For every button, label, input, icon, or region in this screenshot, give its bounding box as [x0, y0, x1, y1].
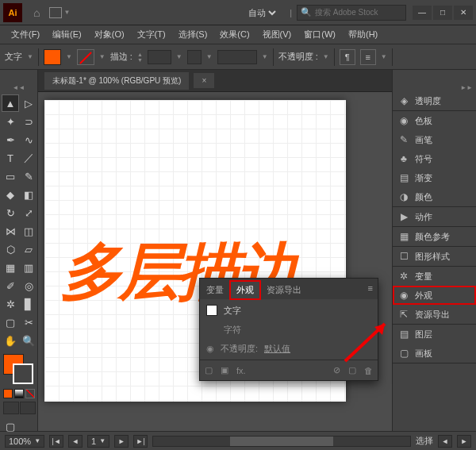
type-tool[interactable]: T [2, 149, 19, 167]
panel-item-画板[interactable]: ▢画板 [393, 344, 476, 363]
stroke-color[interactable] [13, 363, 33, 384]
none-mode[interactable] [25, 389, 35, 398]
lasso-tool[interactable]: ⊃ [20, 113, 37, 130]
horizontal-scrollbar[interactable] [152, 436, 411, 447]
panel-item-画笔[interactable]: ✎画笔 [393, 130, 476, 149]
clear-icon[interactable]: ⊘ [333, 365, 340, 375]
menu-text[interactable]: 文字(T) [131, 27, 172, 42]
mesh-tool[interactable]: ▦ [2, 259, 19, 276]
close-button[interactable]: ✕ [454, 6, 473, 20]
para-panel-toggle[interactable]: ≡ [360, 49, 376, 65]
menu-edit[interactable]: 编辑(E) [46, 27, 88, 42]
search-input[interactable] [315, 8, 402, 17]
next-artboard-button[interactable]: ► [114, 435, 129, 448]
panel-item-符号[interactable]: ♣符号 [393, 149, 476, 168]
rectangle-tool[interactable]: ▭ [2, 167, 19, 185]
eraser-tool[interactable]: ◧ [20, 186, 37, 203]
scroll-right-button[interactable]: ► [457, 435, 471, 448]
tab-asset-export[interactable]: 资源导出 [260, 281, 308, 299]
panel-item-颜色[interactable]: ◑颜色 [393, 187, 476, 206]
first-artboard-button[interactable]: |◄ [49, 435, 63, 448]
visibility-icon[interactable]: ◉ [206, 344, 214, 354]
screen-mode[interactable]: ▢ [2, 417, 19, 435]
shaper-tool[interactable]: ◆ [2, 186, 19, 203]
close-tab-icon[interactable]: × [194, 73, 214, 88]
duplicate-icon[interactable]: ▢ [348, 365, 356, 375]
workspace-layout-switch[interactable]: ▼ [49, 7, 70, 18]
line-tool[interactable]: ／ [20, 149, 37, 167]
tab-appearance[interactable]: 外观 [230, 281, 260, 299]
panel-item-透明度[interactable]: ◈透明度 [393, 91, 476, 110]
delete-icon[interactable]: 🗑 [364, 366, 373, 375]
panel-item-外观[interactable]: ◉外观 [393, 286, 476, 305]
maximize-button[interactable]: □ [433, 6, 452, 20]
char-panel-toggle[interactable]: ¶ [340, 49, 355, 65]
pen-tool[interactable]: ✒ [2, 131, 19, 148]
brush-definition[interactable] [217, 50, 257, 64]
layout-dropdown[interactable]: 自动 [245, 7, 278, 18]
collapse-icon[interactable]: ►► [393, 84, 476, 91]
collapse-icon[interactable]: ◄◄ [2, 84, 36, 91]
paintbrush-tool[interactable]: ✎ [20, 167, 37, 185]
menu-file[interactable]: 文件(F) [5, 27, 46, 42]
panel-menu-icon[interactable]: ≡ [368, 283, 373, 293]
tab-variables[interactable]: 变量 [200, 281, 230, 299]
appearance-row-text[interactable]: 文字 [200, 301, 378, 320]
zoom-level[interactable]: 100%▼ [5, 435, 44, 448]
draw-behind[interactable] [20, 402, 36, 414]
add-stroke-icon[interactable]: ▢ [205, 365, 213, 375]
hand-tool[interactable]: ✋ [2, 332, 19, 349]
color-mode[interactable] [3, 389, 13, 398]
panel-item-变量[interactable]: ✲变量 [393, 267, 476, 286]
zoom-tool[interactable]: 🔍 [20, 332, 37, 349]
appearance-row-char[interactable]: 字符 [200, 320, 378, 339]
menu-help[interactable]: 帮助(H) [342, 27, 384, 42]
gradient-mode[interactable] [14, 389, 24, 398]
curvature-tool[interactable]: ∿ [20, 131, 37, 148]
add-fill-icon[interactable]: ▣ [221, 365, 228, 375]
symbol-sprayer-tool[interactable]: ✲ [2, 295, 19, 313]
perspective-tool[interactable]: ▱ [20, 240, 37, 258]
menu-window[interactable]: 窗口(W) [298, 27, 342, 42]
artboard-number[interactable]: 1▼ [87, 435, 109, 448]
stroke-weight-input[interactable] [148, 50, 171, 64]
free-transform-tool[interactable]: ◫ [20, 222, 37, 240]
rotate-tool[interactable]: ↻ [2, 204, 19, 221]
eyedropper-tool[interactable]: ✐ [2, 277, 19, 294]
magic-wand-tool[interactable]: ✦ [2, 113, 19, 130]
document-tab[interactable]: 未标题-1* @ 100% (RGB/GPU 预览) [44, 72, 189, 90]
fill-swatch[interactable] [44, 49, 61, 65]
blend-tool[interactable]: ◎ [20, 277, 37, 294]
panel-item-动作[interactable]: ▶动作 [393, 207, 476, 226]
search-box[interactable]: 🔍 [297, 5, 406, 21]
last-artboard-button[interactable]: ►| [133, 435, 148, 448]
slice-tool[interactable]: ✂ [20, 313, 37, 331]
shape-builder-tool[interactable]: ⬡ [2, 240, 19, 258]
fill-stroke-control[interactable] [2, 354, 36, 386]
home-icon[interactable]: ⌂ [33, 6, 40, 19]
width-tool[interactable]: ⋈ [2, 222, 19, 240]
menu-view[interactable]: 视图(V) [256, 27, 298, 42]
selection-tool[interactable]: ▲ [2, 94, 19, 112]
panel-item-图层[interactable]: ▤图层 [393, 325, 476, 344]
add-effect-icon[interactable]: fx. [236, 366, 246, 375]
column-graph-tool[interactable]: ▊ [20, 295, 37, 313]
minimize-button[interactable]: — [413, 6, 432, 20]
scroll-left-button[interactable]: ◄ [438, 435, 452, 448]
panel-item-图形样式[interactable]: ☐图形样式 [393, 247, 476, 266]
direct-selection-tool[interactable]: ▷ [20, 94, 37, 112]
stroke-width-profile[interactable] [187, 50, 202, 64]
prev-artboard-button[interactable]: ◄ [68, 435, 83, 448]
stroke-swatch[interactable] [77, 49, 94, 65]
panel-item-色板[interactable]: ◉色板 [393, 111, 476, 130]
panel-item-资源导出[interactable]: ⇱资源导出 [393, 305, 476, 324]
draw-normal[interactable] [3, 402, 19, 414]
appearance-row-opacity[interactable]: ◉ 不透明度: 默认值 [200, 339, 378, 358]
menu-select[interactable]: 选择(S) [172, 27, 214, 42]
panel-item-渐变[interactable]: ▤渐变 [393, 168, 476, 187]
menu-object[interactable]: 对象(O) [88, 27, 131, 42]
menu-effect[interactable]: 效果(C) [213, 27, 255, 42]
gradient-tool[interactable]: ▥ [20, 259, 37, 276]
scale-tool[interactable]: ⤢ [20, 204, 37, 221]
artboard-tool[interactable]: ▢ [2, 313, 19, 331]
